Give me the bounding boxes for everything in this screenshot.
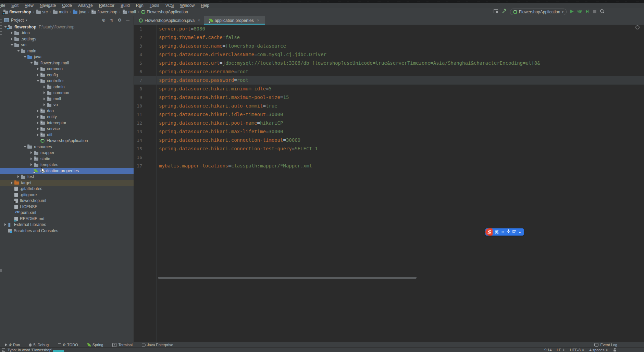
editor-line-1[interactable]: 1server.port=8080 (134, 25, 644, 33)
run-button[interactable] (570, 9, 574, 15)
tree-item-resources[interactable]: resources (0, 144, 134, 150)
caret-position[interactable]: 9:14 (544, 348, 552, 352)
editor-line-3[interactable]: 3spring.datasource.name=flowershop-datas… (134, 42, 644, 50)
tree-expand-arrow[interactable] (35, 134, 40, 136)
editor-line-5[interactable]: 5spring.datasource.url=jdbc:mysql://loca… (134, 59, 644, 67)
tree-item-scratches-and-consoles[interactable]: Scratches and Consoles (0, 228, 134, 234)
keyboard-icon[interactable] (512, 228, 516, 236)
tree-item-interceptor[interactable]: interceptor (0, 120, 134, 126)
encoding-selector[interactable]: UTF-8⇕ (570, 348, 584, 352)
menu-analyze[interactable]: Analyze (75, 3, 96, 8)
tab-flowershopapplication-java[interactable]: FlowershopApplication.java× (135, 16, 204, 25)
editor-line-4[interactable]: 4spring.datasource.driverClassName=com.m… (134, 50, 644, 59)
tree-item-common[interactable]: common (0, 90, 134, 96)
menu-navigate[interactable]: Navigate (37, 3, 59, 8)
toolwindow-spring[interactable]: Spring (87, 343, 103, 347)
toolwindow-4-run[interactable]: 4: Run (5, 343, 20, 347)
toolwindow-5-debug[interactable]: 5: Debug (29, 343, 49, 347)
tree-item-mapper[interactable]: mapper (0, 150, 134, 156)
tree-expand-arrow[interactable] (42, 103, 47, 106)
tree-item-service[interactable]: service (0, 126, 134, 132)
menu-edit[interactable]: Edit (8, 3, 22, 8)
menu-file[interactable]: File (0, 3, 8, 8)
tree-expand-arrow[interactable] (42, 86, 47, 88)
ime-toolbar[interactable]: S 英 (485, 228, 524, 236)
tree-item-src[interactable]: src (0, 42, 134, 48)
tree-expand-arrow[interactable] (35, 74, 40, 76)
tree-item-flowershop[interactable]: flowershopF:\study\flowershop (0, 24, 134, 30)
tree-expand-arrow[interactable] (9, 32, 14, 34)
tree-item-admin[interactable]: admin (0, 84, 134, 90)
breadcrumb-item-mall[interactable]: mall (122, 10, 137, 14)
tree-item-vo[interactable]: vo (0, 102, 134, 108)
close-icon[interactable]: × (257, 19, 260, 22)
tree-item-entity[interactable]: entity (0, 114, 134, 120)
editor-line-9[interactable]: 9spring.datasource.hikari.maximum-pool-s… (134, 93, 644, 102)
debug-button[interactable] (577, 9, 582, 15)
tree-item-target[interactable]: target (0, 180, 134, 186)
tree-expand-arrow[interactable] (3, 223, 8, 226)
tree-collapse-arrow[interactable] (9, 44, 14, 46)
menu-run[interactable]: Run (133, 3, 147, 8)
tree-item-gitignore[interactable]: .gitignore (0, 192, 134, 198)
tree-item-flowershop-mall[interactable]: flowershop.mall (0, 60, 134, 66)
tree-item-common[interactable]: common (0, 66, 134, 72)
tree-expand-arrow[interactable] (35, 67, 40, 70)
tree-item-pom-xml[interactable]: pom.xml (0, 210, 134, 216)
toolwindow-java-enterprise[interactable]: Java Enterprise (142, 343, 173, 347)
emoji-icon[interactable] (501, 228, 505, 236)
tree-expand-arrow[interactable] (35, 115, 40, 118)
tree-item-flowershop-iml[interactable]: flowershop.iml (0, 198, 134, 204)
editor-line-13[interactable]: 13spring.datasource.hikari.max-lifetime=… (134, 127, 644, 136)
horizontal-scrollbar[interactable] (158, 277, 417, 279)
tab-application-properties[interactable]: application.properties× (204, 16, 265, 25)
tree-collapse-arrow[interactable] (22, 146, 27, 148)
inspections-widget-icon[interactable] (635, 25, 640, 29)
search-everywhere-button[interactable] (600, 9, 605, 15)
tree-item-application-properties[interactable]: application.properties (0, 168, 134, 174)
tree-expand-arrow[interactable] (29, 158, 34, 160)
hide-panel-icon[interactable] (126, 18, 129, 23)
breadcrumb-item-src[interactable]: src (36, 10, 48, 14)
unlock-icon[interactable] (613, 348, 617, 352)
menu-window[interactable]: Window (177, 3, 198, 8)
tree-expand-arrow[interactable] (35, 127, 40, 130)
editor-line-6[interactable]: 6spring.datasource.username=root (134, 67, 644, 76)
tree-expand-arrow[interactable] (9, 181, 14, 184)
tree-expand-arrow[interactable] (9, 38, 14, 40)
tree-item-external-libraries[interactable]: External Libraries (0, 222, 134, 228)
tree-item-gitattributes[interactable]: .gitattributes (0, 186, 134, 192)
tree-item-flowershopapplication[interactable]: FlowershopApplication (0, 138, 134, 144)
breadcrumb-item-java[interactable]: java (72, 10, 87, 14)
coverage-button[interactable] (585, 9, 590, 15)
menu-help[interactable]: Help (198, 3, 212, 8)
tree-item-static[interactable]: static (0, 156, 134, 162)
menu-refactor[interactable]: Refactor (96, 3, 117, 8)
build-hammer-icon[interactable] (501, 9, 507, 15)
tree-expand-arrow[interactable] (42, 98, 47, 100)
menu-view[interactable]: View (22, 3, 37, 8)
stop-button[interactable] (593, 9, 597, 15)
toolwindow-6-todo[interactable]: 6: TODO (58, 343, 78, 347)
tree-item-readme-md[interactable]: README.md (0, 216, 134, 222)
tree-expand-arrow[interactable] (29, 163, 34, 166)
tree-item-templates[interactable]: templates (0, 162, 134, 168)
breadcrumb-item-main[interactable]: main (52, 10, 69, 14)
tree-item-idea[interactable]: .idea (0, 30, 134, 36)
menu-code[interactable]: Code (59, 3, 75, 8)
line-ending-selector[interactable]: LF⇕ (557, 348, 565, 352)
ime-language-toggle[interactable]: 英 (495, 228, 499, 236)
editor-line-16[interactable]: 16 (134, 153, 644, 162)
collapse-all-icon[interactable] (110, 18, 113, 23)
tree-expand-arrow[interactable] (29, 151, 34, 154)
editor-line-12[interactable]: 12spring.datasource.hikari.pool-name=hik… (134, 119, 644, 127)
tree-expand-arrow[interactable] (16, 175, 21, 178)
tree-collapse-arrow[interactable] (35, 80, 40, 82)
editor-line-7[interactable]: 7spring.datasource.password=root (134, 76, 644, 85)
tree-item-controller[interactable]: controller (0, 78, 134, 84)
tree-item-java[interactable]: java (0, 54, 134, 60)
close-icon[interactable]: × (198, 19, 200, 22)
tree-expand-arrow[interactable] (35, 110, 40, 112)
menu-tools[interactable]: Tools (147, 3, 162, 8)
tree-expand-arrow[interactable] (35, 122, 40, 124)
